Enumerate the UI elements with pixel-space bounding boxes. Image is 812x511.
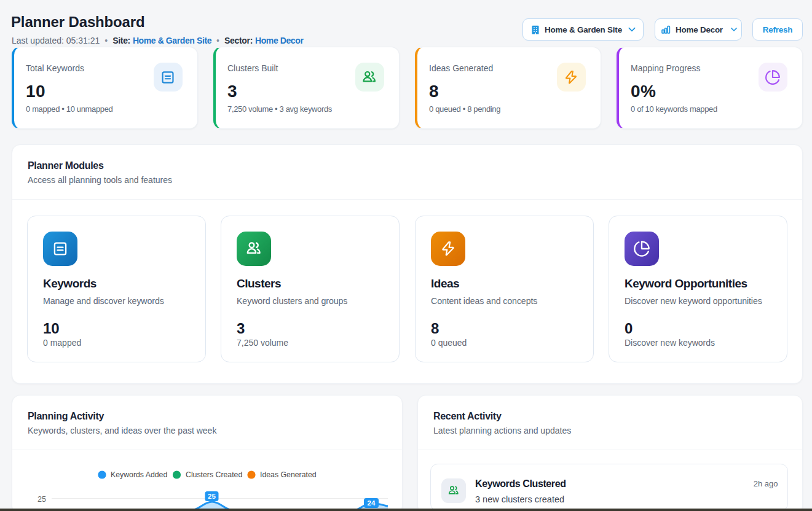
svg-text:24: 24	[368, 499, 376, 507]
svg-text:Keywords Added: Keywords Added	[111, 470, 167, 479]
svg-text:Clusters Created: Clusters Created	[186, 470, 242, 479]
svg-text:25: 25	[37, 495, 46, 504]
svg-text:25: 25	[208, 493, 216, 500]
svg-text:Ideas Generated: Ideas Generated	[260, 470, 317, 479]
